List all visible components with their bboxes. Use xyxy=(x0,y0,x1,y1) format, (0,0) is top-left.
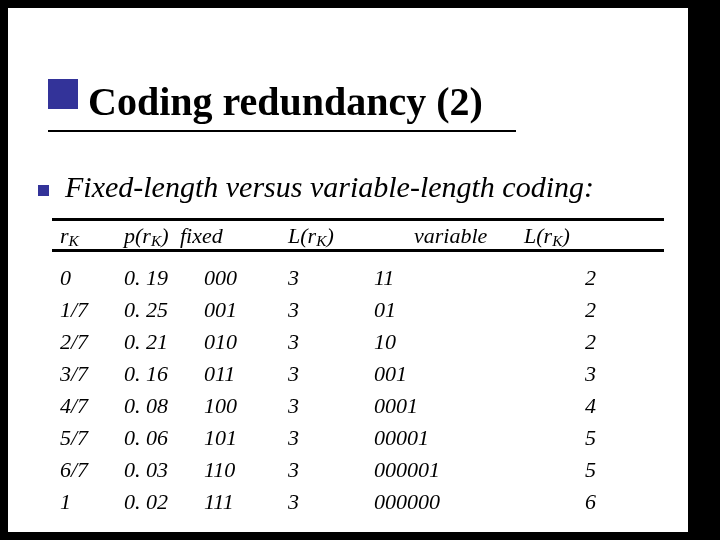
cell-fixed: 100 xyxy=(204,393,288,419)
cell-rk: 5/7 xyxy=(54,425,124,451)
square-bullet-small-icon xyxy=(38,185,49,196)
table-row: 1/70. 250013012 xyxy=(54,294,664,326)
subtitle-wrap: Fixed-length versus variable-length codi… xyxy=(38,170,678,204)
cell-fixed: 111 xyxy=(204,489,288,515)
cell-prk: 0. 25 xyxy=(124,297,204,323)
table-row: 2/70. 210103102 xyxy=(54,326,664,358)
header-l2-suffix: ) xyxy=(562,223,569,248)
slide-title: Coding redundancy (2) xyxy=(88,79,483,124)
cell-fixed: 001 xyxy=(204,297,288,323)
cell-l1: 3 xyxy=(288,361,374,387)
cell-l2: 5 xyxy=(524,425,620,451)
cell-l2: 2 xyxy=(524,265,620,291)
cell-rk: 1/7 xyxy=(54,297,124,323)
square-bullet-icon xyxy=(48,79,78,109)
cell-prk: 0. 06 xyxy=(124,425,204,451)
cell-prk: 0. 08 xyxy=(124,393,204,419)
cell-rk: 1 xyxy=(54,489,124,515)
cell-prk: 0. 19 xyxy=(124,265,204,291)
table-row: 10. 0211130000006 xyxy=(54,486,664,518)
table-body: 00. 1900031121/70. 2500130122/70. 210103… xyxy=(54,262,664,518)
cell-l2: 5 xyxy=(524,457,620,483)
table-row: 4/70. 08100300014 xyxy=(54,390,664,422)
cell-l1: 3 xyxy=(288,457,374,483)
header-prk-suffix: ) xyxy=(161,223,168,248)
cell-rk: 6/7 xyxy=(54,457,124,483)
header-l1-sub: K xyxy=(316,232,326,249)
cell-l2: 2 xyxy=(524,297,620,323)
subtitle-text: Fixed-length versus variable-length codi… xyxy=(65,170,594,203)
table-row: 3/70. 1601130013 xyxy=(54,358,664,390)
header-l2-sub: K xyxy=(552,232,562,249)
cell-l2: 3 xyxy=(524,361,620,387)
coding-table: rK p(rK) fixed L(rK) variable L(rK) 00. … xyxy=(54,220,664,518)
cell-fixed: 000 xyxy=(204,265,288,291)
cell-l2: 2 xyxy=(524,329,620,355)
cell-fixed: 011 xyxy=(204,361,288,387)
cell-l1: 3 xyxy=(288,265,374,291)
cell-var: 00001 xyxy=(374,425,524,451)
cell-fixed: 101 xyxy=(204,425,288,451)
cell-rk: 3/7 xyxy=(54,361,124,387)
cell-l1: 3 xyxy=(288,393,374,419)
table-row: 00. 190003112 xyxy=(54,262,664,294)
header-rk: rK xyxy=(54,223,124,250)
header-prk-sub: K xyxy=(151,232,161,249)
header-l1: L(rK) xyxy=(288,223,374,250)
table-header-gap xyxy=(54,252,664,262)
table-row: 6/70. 0311030000015 xyxy=(54,454,664,486)
header-l2-prefix: L(r xyxy=(524,223,552,248)
cell-var: 11 xyxy=(374,265,524,291)
title-wrap: Coding redundancy (2) xyxy=(48,78,648,125)
header-rk-sub: K xyxy=(69,232,79,249)
page-number: 8 xyxy=(704,498,712,514)
cell-rk: 0 xyxy=(54,265,124,291)
table-row: 5/70. 061013000015 xyxy=(54,422,664,454)
cell-prk: 0. 02 xyxy=(124,489,204,515)
cell-prk: 0. 16 xyxy=(124,361,204,387)
cell-prk: 0. 21 xyxy=(124,329,204,355)
cell-prk: 0. 03 xyxy=(124,457,204,483)
cell-var: 0001 xyxy=(374,393,524,419)
header-l1-suffix: ) xyxy=(326,223,333,248)
title-underline xyxy=(48,130,516,132)
cell-var: 01 xyxy=(374,297,524,323)
slide: Coding redundancy (2) Fixed-length versu… xyxy=(8,8,688,532)
header-prk-prefix: p(r xyxy=(124,223,151,248)
table-header-row: rK p(rK) fixed L(rK) variable L(rK) xyxy=(54,220,664,252)
header-l2: L(rK) xyxy=(524,223,620,250)
header-rk-base: r xyxy=(60,223,69,248)
header-variable: variable xyxy=(374,223,524,249)
header-l1-prefix: L(r xyxy=(288,223,316,248)
cell-l1: 3 xyxy=(288,297,374,323)
cell-fixed: 110 xyxy=(204,457,288,483)
cell-l1: 3 xyxy=(288,329,374,355)
cell-rk: 4/7 xyxy=(54,393,124,419)
cell-rk: 2/7 xyxy=(54,329,124,355)
header-fixed: fixed xyxy=(204,223,288,249)
cell-var: 000000 xyxy=(374,489,524,515)
cell-l1: 3 xyxy=(288,489,374,515)
cell-var: 001 xyxy=(374,361,524,387)
cell-var: 000001 xyxy=(374,457,524,483)
header-fixed-label: fixed xyxy=(180,223,223,248)
cell-l2: 4 xyxy=(524,393,620,419)
cell-l2: 6 xyxy=(524,489,620,515)
cell-var: 10 xyxy=(374,329,524,355)
cell-l1: 3 xyxy=(288,425,374,451)
cell-fixed: 010 xyxy=(204,329,288,355)
